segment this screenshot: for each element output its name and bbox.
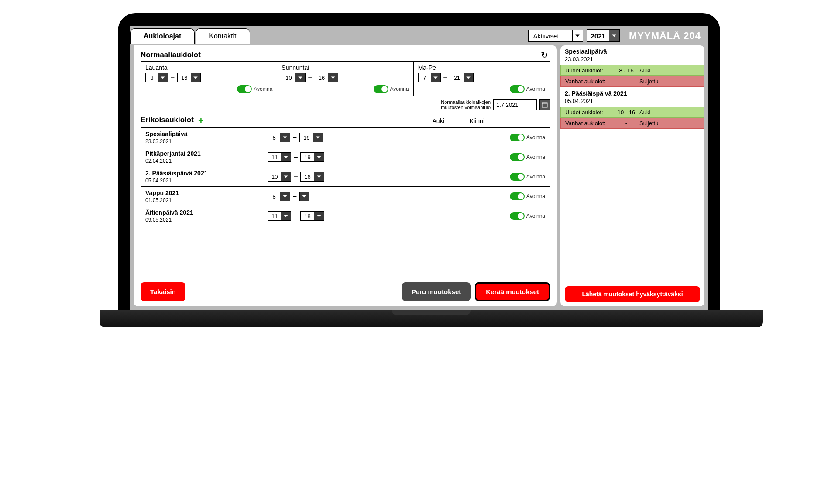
effective-date-input[interactable]: 1.7.2021 xyxy=(493,99,537,110)
new-hours-line: Uudet aukiolot: 8 - 16 Auki xyxy=(560,65,704,76)
chevron-down-icon xyxy=(431,73,440,82)
app-screen: Aukioloajat Kontaktit Aktiiviset 2021 MY… xyxy=(130,26,708,310)
chevron-down-icon xyxy=(314,172,324,181)
day-label: Lauantai xyxy=(145,64,272,71)
laptop-base xyxy=(100,310,763,327)
chevron-down-icon xyxy=(464,73,473,82)
open-toggle[interactable] xyxy=(510,192,525,200)
chevron-down-icon xyxy=(280,192,290,201)
day-weekdays: Ma-Pe 7 – 21 Avoinna xyxy=(414,62,550,96)
close-time-select[interactable]: 16 xyxy=(299,133,323,142)
special-header: Erikoisaukiolot + Auki Kiinni xyxy=(141,115,550,127)
special-name: 2. Pääsiäispäivä 2021 xyxy=(145,170,268,177)
open-time-select[interactable]: 10 xyxy=(268,172,291,182)
open-time-select[interactable]: 11 xyxy=(268,152,291,162)
main-footer: Takaisin Peru muutokset Kerää muutokset xyxy=(141,282,550,301)
laptop-frame: Aukioloajat Kontaktit Aktiiviset 2021 MY… xyxy=(118,13,720,327)
change-date: 23.03.2021 xyxy=(565,56,700,62)
open-time-select[interactable]: 11 xyxy=(268,211,291,221)
tab-contacts[interactable]: Kontaktit xyxy=(196,28,250,44)
day-sunday: Sunnuntai 10 – 16 Avoinna xyxy=(277,62,413,96)
close-time-select[interactable]: 21 xyxy=(450,73,474,82)
special-name: Spesiaalipäivä xyxy=(145,130,268,137)
year-select[interactable]: 2021 xyxy=(587,29,620,42)
chevron-down-icon xyxy=(300,192,309,201)
calendar-icon[interactable] xyxy=(539,99,550,110)
special-row: Pitkäperjantai 2021 02.04.2021 11 – 19 A… xyxy=(141,147,550,167)
open-toggle[interactable] xyxy=(510,173,525,181)
special-row: Äitienpäivä 2021 09.05.2021 11 – 18 Avoi… xyxy=(141,206,550,226)
chevron-down-icon xyxy=(158,73,168,82)
open-time-select[interactable]: 8 xyxy=(268,133,290,142)
effective-date-row: Normaaliaukioloaikojen muutosten voimaan… xyxy=(141,99,550,110)
open-time-select[interactable]: 7 xyxy=(418,73,441,82)
open-toggle[interactable] xyxy=(510,134,525,141)
special-list: Spesiaalipäivä 23.03.2021 8 – 16 Avoinna… xyxy=(141,127,550,278)
old-hours-line: Vanhat aukiolot: - Suljettu xyxy=(560,118,704,129)
tabs: Aukioloajat Kontaktit xyxy=(130,28,251,44)
close-time-select[interactable]: 16 xyxy=(300,172,324,182)
col-open: Auki xyxy=(433,117,444,124)
chevron-down-icon xyxy=(295,73,305,82)
special-name: Äitienpäivä 2021 xyxy=(145,209,268,216)
special-title: Erikoisaukiolot xyxy=(141,116,194,124)
collect-button[interactable]: Kerää muutokset xyxy=(475,282,550,301)
special-date: 09.05.2021 xyxy=(145,217,268,223)
open-time-select[interactable]: 8 xyxy=(268,192,290,201)
chevron-down-icon xyxy=(314,153,324,161)
main-panel: ↻ Normaaliaukiolot Lauantai 8 – 16 Avoin… xyxy=(134,45,557,306)
close-time-select[interactable]: 19 xyxy=(300,152,324,162)
open-time-select[interactable]: 8 xyxy=(145,73,168,82)
chevron-down-icon xyxy=(281,153,291,161)
normal-hours-box: Lauantai 8 – 16 Avoinna Sunnuntai 10 – 1… xyxy=(141,61,550,96)
side-panel: Spesiaalipäivä 23.03.2021 Uudet aukiolot… xyxy=(560,45,704,306)
chevron-down-icon xyxy=(328,73,338,82)
close-time-select[interactable]: 16 xyxy=(177,73,201,82)
tab-opening-hours[interactable]: Aukioloajat xyxy=(130,28,195,44)
open-toggle[interactable] xyxy=(510,212,525,220)
special-row: Spesiaalipäivä 23.03.2021 8 – 16 Avoinna xyxy=(141,128,550,147)
day-saturday: Lauantai 8 – 16 Avoinna xyxy=(141,62,277,96)
special-row: Vappu 2021 01.05.2021 8 – Avoinna xyxy=(141,187,550,206)
year-value: 2021 xyxy=(587,32,609,40)
svg-rect-0 xyxy=(542,103,547,107)
change-entry: 2. Pääsiäispäivä 2021 05.04.2021 Uudet a… xyxy=(560,87,704,129)
close-time-select[interactable] xyxy=(299,192,309,201)
filter-select[interactable]: Aktiiviset xyxy=(528,30,583,42)
special-row: 2. Pääsiäispäivä 2021 05.04.2021 10 – 16… xyxy=(141,167,550,187)
close-time-select[interactable]: 16 xyxy=(315,73,338,82)
body: ↻ Normaaliaukiolot Lauantai 8 – 16 Avoin… xyxy=(130,45,708,310)
submit-button[interactable]: Lähetä muutokset hyväksyttäväksi xyxy=(565,286,700,302)
refresh-icon[interactable]: ↻ xyxy=(541,50,548,60)
special-name: Pitkäperjantai 2021 xyxy=(145,150,268,157)
new-hours-line: Uudet aukiolot: 10 - 16 Auki xyxy=(560,107,704,118)
chevron-down-icon xyxy=(572,30,583,41)
old-hours-line: Vanhat aukiolot: - Suljettu xyxy=(560,76,704,87)
chevron-down-icon xyxy=(313,133,323,142)
open-time-select[interactable]: 10 xyxy=(282,73,305,82)
open-toggle[interactable] xyxy=(510,153,525,161)
special-date: 23.03.2021 xyxy=(145,138,268,144)
cancel-button[interactable]: Peru muutokset xyxy=(402,282,471,301)
col-close: Kiinni xyxy=(470,117,484,124)
open-toggle[interactable] xyxy=(374,85,388,93)
close-time-select[interactable]: 18 xyxy=(300,211,324,221)
back-button[interactable]: Takaisin xyxy=(141,282,185,301)
change-entry: Spesiaalipäivä 23.03.2021 Uudet aukiolot… xyxy=(560,45,704,87)
change-name: 2. Pääsiäispäivä 2021 xyxy=(565,90,700,97)
open-toggle[interactable] xyxy=(510,85,525,93)
special-date: 01.05.2021 xyxy=(145,197,268,203)
open-toggle[interactable] xyxy=(237,85,252,93)
add-icon[interactable]: + xyxy=(198,115,204,127)
special-date: 05.04.2021 xyxy=(145,178,268,184)
filter-value: Aktiiviset xyxy=(529,32,572,40)
chevron-down-icon xyxy=(191,73,200,82)
chevron-down-icon xyxy=(314,212,324,220)
chevron-down-icon xyxy=(280,133,290,142)
chevron-down-icon xyxy=(281,212,291,220)
special-date: 02.04.2021 xyxy=(145,158,268,164)
chevron-down-icon xyxy=(609,30,619,41)
day-label: Sunnuntai xyxy=(282,64,409,71)
chevron-down-icon xyxy=(281,172,291,181)
change-date: 05.04.2021 xyxy=(565,98,700,104)
